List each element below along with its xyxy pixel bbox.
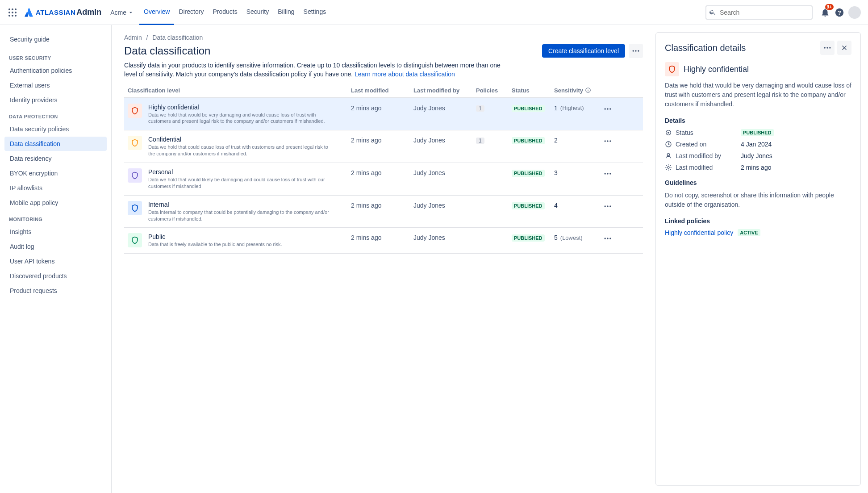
col-policies: Policies [476, 87, 512, 94]
breadcrumb: Admin / Data classification [124, 34, 643, 41]
sidebar-item-data-classification[interactable]: Data classification [4, 137, 107, 151]
table-row[interactable]: PersonalData we hold that would likely b… [124, 163, 643, 196]
search-input[interactable] [705, 5, 813, 20]
table-row[interactable]: PublicData that is freely available to t… [124, 228, 643, 254]
sidebar-group-title: USER SECURITY [4, 49, 107, 63]
cell-status: PUBLISHED [512, 168, 554, 177]
svg-point-26 [605, 205, 606, 207]
table-row[interactable]: ConfidentialData we hold that could caus… [124, 130, 643, 163]
nav-tab-overview[interactable]: Overview [139, 0, 174, 25]
nav-tab-settings[interactable]: Settings [299, 0, 331, 25]
svg-point-11 [633, 50, 634, 51]
panel-more-button[interactable] [820, 41, 835, 55]
svg-point-32 [824, 47, 826, 48]
col-level: Classification level [128, 87, 351, 94]
svg-point-39 [668, 167, 669, 168]
nav-tab-products[interactable]: Products [208, 0, 242, 25]
sidebar-item-external-users[interactable]: External users [4, 78, 107, 92]
shield-icon [128, 104, 142, 118]
sidebar-item-data-residency[interactable]: Data residency [4, 151, 107, 166]
level-desc: Data that is freely available to the pub… [148, 241, 282, 248]
sidebar-item-audit-log[interactable]: Audit log [4, 239, 107, 254]
level-name: Confidential [148, 136, 336, 143]
svg-point-7 [12, 15, 13, 17]
more-horizontal-icon [603, 202, 612, 211]
svg-point-15 [588, 89, 588, 89]
svg-point-34 [829, 47, 830, 48]
nav-tab-billing[interactable]: Billing [273, 0, 299, 25]
cell-modified: 2 mins ago [351, 104, 413, 112]
table-row[interactable]: Highly confidentialData we hold that wou… [124, 98, 643, 131]
info-icon[interactable] [585, 87, 591, 93]
sidebar-item-discovered-products[interactable]: Discovered products [4, 269, 107, 283]
panel-title: Classification details [665, 43, 746, 53]
notifications-button[interactable]: 9+ [818, 5, 832, 20]
row-more-button[interactable] [603, 233, 621, 243]
guidelines-text: Do not copy, screenshot or share this in… [665, 191, 851, 209]
nav-tab-directory[interactable]: Directory [174, 0, 208, 25]
panel-level-desc: Data we hold that would be very damaging… [665, 81, 851, 109]
svg-point-3 [8, 12, 10, 13]
create-level-button[interactable]: Create classification level [542, 44, 625, 58]
sidebar-item-product-requests[interactable]: Product requests [4, 284, 107, 298]
sidebar: Security guide USER SECURITYAuthenticati… [0, 25, 112, 493]
panel-status-badge: PUBLISHED [741, 129, 774, 136]
svg-point-0 [8, 8, 10, 10]
cell-modified: 2 mins ago [351, 233, 413, 241]
svg-point-31 [609, 238, 611, 239]
cell-policies: 1 [476, 104, 512, 112]
app-switcher-icon[interactable] [7, 7, 18, 18]
svg-point-21 [607, 141, 608, 142]
panel-modified-by: Judy Jones [741, 152, 772, 159]
sidebar-item-insights[interactable]: Insights [4, 225, 107, 239]
svg-point-12 [635, 50, 636, 51]
svg-point-29 [605, 238, 606, 239]
more-horizontal-icon [603, 104, 612, 113]
svg-point-25 [609, 173, 611, 174]
row-more-button[interactable] [603, 136, 621, 146]
more-horizontal-icon [603, 234, 612, 243]
nav-tab-security[interactable]: Security [242, 0, 274, 25]
row-more-button[interactable] [603, 168, 621, 178]
page-more-button[interactable] [629, 44, 643, 58]
row-more-button[interactable] [603, 201, 621, 211]
top-nav: ATLASSIAN Admin Acme OverviewDirectoryPr… [0, 0, 868, 25]
more-horizontal-icon [603, 169, 612, 178]
sidebar-item-ip-allowlists[interactable]: IP allowlists [4, 181, 107, 195]
user-avatar[interactable] [848, 6, 861, 19]
cell-policies: 1 [476, 136, 512, 144]
breadcrumb-root[interactable]: Admin [124, 34, 142, 41]
person-icon [665, 152, 672, 159]
sidebar-item-security-guide[interactable]: Security guide [4, 32, 107, 46]
svg-point-22 [609, 141, 611, 142]
svg-point-17 [605, 108, 606, 109]
table-row[interactable]: InternalData internal to company that co… [124, 196, 643, 228]
svg-point-27 [607, 205, 608, 207]
cell-policies [476, 233, 512, 234]
sidebar-item-identity-providers[interactable]: Identity providers [4, 93, 107, 107]
svg-point-2 [15, 8, 17, 10]
sidebar-item-data-security-policies[interactable]: Data security policies [4, 122, 107, 136]
page-title: Data classification [124, 45, 210, 57]
row-more-button[interactable] [603, 104, 621, 113]
learn-more-link[interactable]: Learn more about data classification [355, 71, 455, 78]
help-button[interactable]: ? [832, 5, 847, 20]
linked-policy-link[interactable]: Highly confidential policy [665, 229, 733, 236]
sidebar-item-byok-encryption[interactable]: BYOK encryption [4, 166, 107, 180]
col-status: Status [512, 87, 554, 94]
sidebar-item-authentication-policies[interactable]: Authentication policies [4, 63, 107, 78]
panel-level-name: Highly confidential [684, 65, 749, 74]
svg-point-4 [12, 12, 13, 13]
shield-icon [128, 168, 142, 183]
cell-sensitivity: 1(Highest) [554, 104, 603, 112]
col-by: Last modified by [413, 87, 476, 94]
svg-point-38 [667, 154, 669, 156]
org-switcher[interactable]: Acme [110, 9, 134, 16]
atlassian-logo[interactable]: ATLASSIAN Admin [24, 7, 101, 18]
cell-policies [476, 168, 512, 169]
sidebar-item-mobile-app-policy[interactable]: Mobile app policy [4, 196, 107, 210]
panel-close-button[interactable] [837, 41, 851, 55]
cell-sensitivity: 5(Lowest) [554, 233, 603, 241]
sidebar-item-user-api-tokens[interactable]: User API tokens [4, 254, 107, 268]
level-desc: Data internal to company that could be p… [148, 209, 336, 222]
